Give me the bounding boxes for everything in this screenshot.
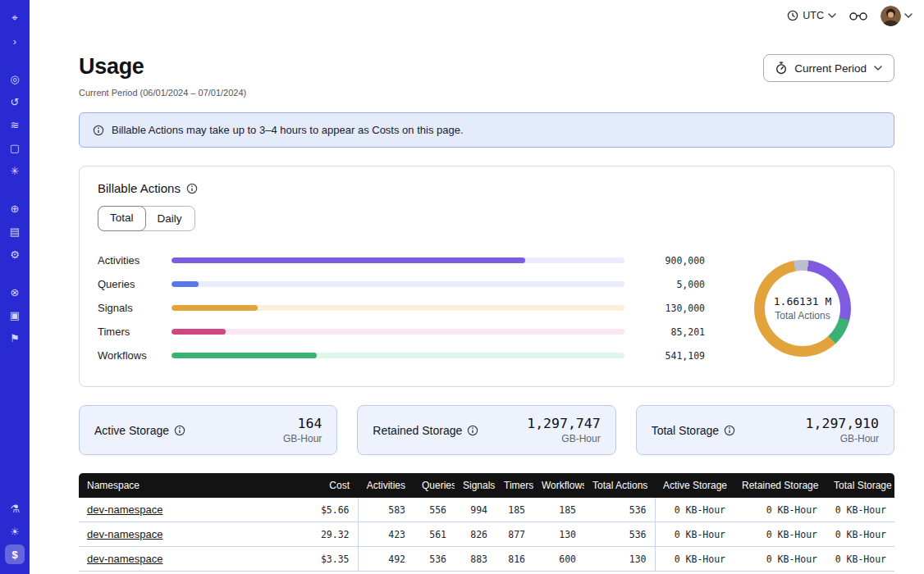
bar-row: Activities900,000 xyxy=(98,254,705,266)
cell: 0 KB-Hour xyxy=(826,522,894,547)
docs-icon[interactable]: ▣ xyxy=(5,305,25,325)
stopwatch-icon xyxy=(775,61,787,75)
column-header: Queries xyxy=(414,473,455,498)
tab-daily[interactable]: Daily xyxy=(145,207,194,230)
clock-icon xyxy=(787,10,798,21)
column-header: Signals xyxy=(455,473,496,498)
bar-track xyxy=(172,257,624,263)
billable-title-text: Billable Actions xyxy=(98,181,181,195)
bar-label: Timers xyxy=(98,326,160,338)
bar-track xyxy=(172,281,624,287)
period-subtitle: Current Period (06/01/2024 – 07/01/2024) xyxy=(79,88,894,98)
namespaces-icon[interactable]: ⊕ xyxy=(5,198,25,218)
stat-label: Total Storage xyxy=(652,424,736,437)
period-selector-button[interactable]: Current Period xyxy=(763,54,894,82)
cell: 600 xyxy=(533,547,584,572)
theme-icon[interactable]: ☀ xyxy=(5,522,25,541)
cell: $3.35 xyxy=(282,547,358,572)
stat-card: Retained Storage1,297,747GB-Hour xyxy=(357,405,615,455)
labs-icon[interactable]: ⚗ xyxy=(5,499,25,518)
cell: 816 xyxy=(496,547,533,572)
bar-value: 900,000 xyxy=(636,255,705,266)
cell: 0 KB-Hour xyxy=(826,498,894,522)
cell: 492 xyxy=(358,547,414,572)
billable-card-title: Billable Actions xyxy=(98,181,876,195)
cell: $5.66 xyxy=(282,498,358,522)
info-icon[interactable] xyxy=(724,425,735,436)
billable-tabs: TotalDaily xyxy=(98,206,195,231)
schedules-icon[interactable]: ≋ xyxy=(5,115,25,134)
info-icon[interactable] xyxy=(467,425,478,436)
billable-chart-area: Activities900,000Queries5,000Signals130,… xyxy=(98,243,876,373)
bar-label: Signals xyxy=(98,302,160,314)
title-row: Usage Current Period xyxy=(79,54,894,82)
deployments-icon[interactable]: ▢ xyxy=(5,138,25,157)
integrations-icon[interactable]: ⚑ xyxy=(5,328,25,348)
cell: 185 xyxy=(496,498,533,522)
bar-fill xyxy=(172,257,525,263)
donut-center: 1.66131 M Total Actions xyxy=(765,271,840,346)
column-header: Activities xyxy=(358,473,414,498)
info-icon[interactable] xyxy=(174,425,185,436)
info-banner: Billable Actions may take up to 3–4 hour… xyxy=(79,112,894,148)
cell: 0 KB-Hour xyxy=(655,522,734,547)
glasses-icon xyxy=(849,11,867,20)
cell: 994 xyxy=(455,498,496,522)
bar-value: 85,201 xyxy=(636,326,705,338)
main-content: Usage Current Period Current Period (06/… xyxy=(30,31,924,574)
billing-icon[interactable]: ▤ xyxy=(5,221,25,241)
usage-icon[interactable]: $ xyxy=(5,544,25,564)
column-header: Workflows xyxy=(533,473,584,498)
timezone-selector[interactable]: UTC xyxy=(787,10,836,21)
column-header: Active Storage xyxy=(655,473,734,498)
cell: 0 KB-Hour xyxy=(826,547,894,572)
tab-total[interactable]: Total xyxy=(98,206,146,231)
table-row: dev-namespace29.324235618268771305360 KB… xyxy=(79,522,894,547)
account-menu[interactable] xyxy=(881,6,913,26)
cell: 29.32 xyxy=(282,522,358,547)
cell: 423 xyxy=(358,522,414,547)
history-icon[interactable]: ↺ xyxy=(5,92,25,112)
column-header: Total Storage xyxy=(826,473,894,498)
bar-row: Signals130,000 xyxy=(98,302,705,314)
logo-icon[interactable]: ⌖ xyxy=(5,8,25,28)
bar-value: 5,000 xyxy=(636,279,705,290)
column-header: Total Actions xyxy=(584,473,655,498)
feedback-button[interactable] xyxy=(849,11,867,20)
donut-chart: 1.66131 M Total Actions xyxy=(730,260,876,357)
column-header: Cost xyxy=(282,473,358,498)
cell: 561 xyxy=(414,522,455,547)
chevron-down-icon xyxy=(904,13,913,18)
bar-fill xyxy=(172,305,258,311)
cell: 0 KB-Hour xyxy=(734,547,826,572)
stat-value: 164 xyxy=(283,416,322,431)
cell: 185 xyxy=(533,498,584,522)
bar-label: Activities xyxy=(98,254,160,266)
cell: 826 xyxy=(455,522,496,547)
settings-icon[interactable]: ⚙ xyxy=(5,244,25,264)
cell: 556 xyxy=(414,498,455,522)
column-header: Namespace xyxy=(79,473,282,498)
info-icon[interactable] xyxy=(186,183,198,194)
sidebar: ⌖›◎↺≋▢✳⊕▤⚙⊗▣⚑ ⚗☀$ xyxy=(0,0,30,574)
table-row: dev-namespace$3.354925368838166001300 KB… xyxy=(79,547,894,572)
bar-value: 130,000 xyxy=(636,303,705,314)
workflows-icon[interactable]: ◎ xyxy=(5,69,25,89)
period-button-label: Current Period xyxy=(794,62,867,75)
collapse-chevron-icon[interactable]: › xyxy=(5,31,25,51)
bar-row: Queries5,000 xyxy=(98,278,705,290)
stat-unit: GB-Hour xyxy=(283,433,322,444)
namespace-link[interactable]: dev-namespace xyxy=(87,553,163,565)
sidebar-top: ⌖›◎↺≋▢✳⊕▤⚙⊗▣⚑ xyxy=(5,7,25,349)
column-header: Timers xyxy=(496,473,533,498)
namespace-link[interactable]: dev-namespace xyxy=(87,528,163,540)
table-row: dev-namespace$5.665835569941851855360 KB… xyxy=(79,498,894,522)
nexus-icon[interactable]: ✳ xyxy=(5,161,25,180)
cell: 536 xyxy=(584,498,655,522)
cell: 130 xyxy=(533,522,584,547)
namespace-link[interactable]: dev-namespace xyxy=(87,503,163,516)
chevron-down-icon xyxy=(828,13,836,18)
support-icon[interactable]: ⊗ xyxy=(5,282,25,302)
stat-unit: GB-Hour xyxy=(527,433,600,444)
stat-value: 1,297,910 xyxy=(806,416,879,431)
